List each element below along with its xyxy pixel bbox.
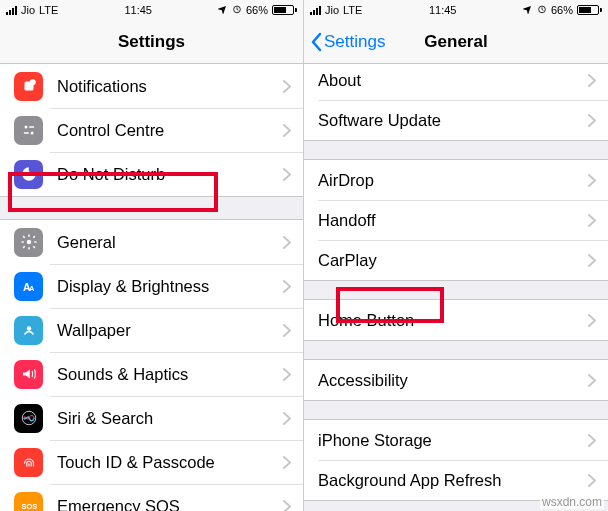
chevron-right-icon — [283, 80, 291, 93]
status-bar: Jio LTE 11:45 66% — [304, 0, 608, 20]
row-do-not-disturb[interactable]: Do Not Disturb — [0, 152, 303, 196]
carrier-label: Jio — [325, 4, 339, 16]
signal-icon — [310, 6, 321, 15]
row-touch-id-passcode[interactable]: Touch ID & Passcode — [0, 440, 303, 484]
settings-list[interactable]: NotificationsControl CentreDo Not Distur… — [0, 64, 303, 511]
sounds-icon — [14, 360, 43, 389]
battery-pct: 66% — [246, 4, 268, 16]
row-home-button[interactable]: Home Button — [304, 300, 608, 340]
row-control-centre[interactable]: Control Centre — [0, 108, 303, 152]
alarm-icon — [232, 4, 242, 16]
row-airdrop[interactable]: AirDrop — [304, 160, 608, 200]
row-label: Wallpaper — [57, 321, 283, 340]
general-icon — [14, 228, 43, 257]
row-label: AirDrop — [318, 171, 588, 190]
row-label: Control Centre — [57, 121, 283, 140]
chevron-right-icon — [588, 474, 596, 487]
chevron-right-icon — [588, 114, 596, 127]
back-button[interactable]: Settings — [310, 32, 385, 52]
page-title: Settings — [118, 32, 185, 52]
chevron-right-icon — [283, 168, 291, 181]
chevron-right-icon — [283, 124, 291, 137]
settings-screen: Jio LTE 11:45 66% Settings Notifications… — [0, 0, 304, 511]
battery-icon — [272, 5, 297, 15]
status-time: 11:45 — [124, 4, 152, 16]
svg-rect-6 — [23, 132, 28, 134]
wallpaper-icon — [14, 316, 43, 345]
row-background-app-refresh[interactable]: Background App Refresh — [304, 460, 608, 500]
row-general[interactable]: General — [0, 220, 303, 264]
signal-icon — [6, 6, 17, 15]
location-icon — [523, 4, 533, 16]
row-label: Emergency SOS — [57, 497, 283, 512]
status-bar: Jio LTE 11:45 66% — [0, 0, 303, 20]
chevron-right-icon — [283, 500, 291, 512]
row-siri-search[interactable]: Siri & Search — [0, 396, 303, 440]
display-icon: AA — [14, 272, 43, 301]
chevron-right-icon — [283, 368, 291, 381]
nav-bar: Settings General — [304, 20, 608, 64]
battery-icon — [577, 5, 602, 15]
watermark: wsxdn.com — [540, 495, 604, 509]
row-notifications[interactable]: Notifications — [0, 64, 303, 108]
svg-point-3 — [24, 126, 27, 129]
dnd-icon — [14, 160, 43, 189]
svg-text:SOS: SOS — [21, 502, 37, 511]
chevron-right-icon — [588, 314, 596, 327]
svg-point-10 — [26, 326, 31, 331]
row-iphone-storage[interactable]: iPhone Storage — [304, 420, 608, 460]
row-label: iPhone Storage — [318, 431, 588, 450]
siri-icon — [14, 404, 43, 433]
chevron-right-icon — [283, 324, 291, 337]
chevron-right-icon — [283, 280, 291, 293]
row-sounds-haptics[interactable]: Sounds & Haptics — [0, 352, 303, 396]
chevron-right-icon — [283, 412, 291, 425]
row-label: Home Button — [318, 311, 588, 330]
battery-pct: 66% — [551, 4, 573, 16]
touchid-icon — [14, 448, 43, 477]
chevron-right-icon — [588, 74, 596, 87]
network-label: LTE — [343, 4, 362, 16]
chevron-right-icon — [283, 456, 291, 469]
row-label: Accessibility — [318, 371, 588, 390]
row-accessibility[interactable]: Accessibility — [304, 360, 608, 400]
row-emergency-sos[interactable]: SOSEmergency SOS — [0, 484, 303, 511]
control-centre-icon — [14, 116, 43, 145]
chevron-right-icon — [588, 434, 596, 447]
general-list[interactable]: AboutSoftware UpdateAirDropHandoffCarPla… — [304, 64, 608, 511]
row-software-update[interactable]: Software Update — [304, 100, 608, 140]
svg-rect-4 — [29, 126, 34, 128]
chevron-right-icon — [588, 254, 596, 267]
notifications-icon — [14, 72, 43, 101]
row-label: Touch ID & Passcode — [57, 453, 283, 472]
svg-text:A: A — [29, 284, 35, 293]
page-title: General — [424, 32, 487, 52]
nav-bar: Settings — [0, 20, 303, 64]
row-label: Display & Brightness — [57, 277, 283, 296]
row-label: CarPlay — [318, 251, 588, 270]
carrier-label: Jio — [21, 4, 35, 16]
location-icon — [218, 4, 228, 16]
row-label: Background App Refresh — [318, 471, 588, 490]
row-label: Siri & Search — [57, 409, 283, 428]
row-handoff[interactable]: Handoff — [304, 200, 608, 240]
row-label: Handoff — [318, 211, 588, 230]
row-label: General — [57, 233, 283, 252]
chevron-right-icon — [283, 236, 291, 249]
chevron-right-icon — [588, 214, 596, 227]
row-label: Sounds & Haptics — [57, 365, 283, 384]
general-screen: Jio LTE 11:45 66% Settings — [304, 0, 608, 511]
network-label: LTE — [39, 4, 58, 16]
row-display-brightness[interactable]: AADisplay & Brightness — [0, 264, 303, 308]
sos-icon: SOS — [14, 492, 43, 512]
alarm-icon — [537, 4, 547, 16]
row-carplay[interactable]: CarPlay — [304, 240, 608, 280]
back-label: Settings — [324, 32, 385, 52]
chevron-right-icon — [588, 374, 596, 387]
row-label: Do Not Disturb — [57, 165, 283, 184]
row-wallpaper[interactable]: Wallpaper — [0, 308, 303, 352]
row-label: Software Update — [318, 111, 588, 130]
row-about[interactable]: About — [304, 64, 608, 100]
svg-point-5 — [30, 132, 33, 135]
row-label: About — [318, 71, 588, 90]
